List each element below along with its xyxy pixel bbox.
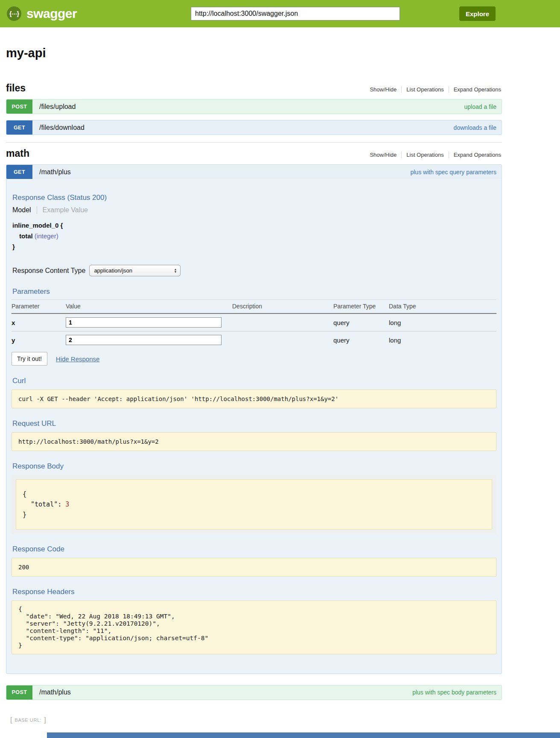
json-total-line: "total": 3	[23, 499, 485, 510]
json-key: "total":	[31, 501, 61, 508]
try-it-out-button[interactable]: Try it out!	[12, 352, 47, 366]
operation-row-post-math-plus: POST /math/plus plus with spec body para…	[6, 685, 502, 700]
parameter-description	[232, 331, 333, 349]
method-badge-post: POST	[6, 100, 32, 114]
endpoint-summary[interactable]: plus with spec body parameters	[412, 689, 496, 696]
response-content-type-row: Response Content Type application/json ▲…	[12, 265, 496, 276]
show-hide-link[interactable]: Show/Hide	[365, 152, 401, 158]
selected-content-type: application/json	[94, 267, 132, 274]
model-snippet: inline_model_0 { total (integer) }	[12, 220, 496, 252]
list-operations-link[interactable]: List Operations	[401, 152, 448, 158]
response-content-type-label: Response Content Type	[12, 267, 85, 275]
parameter-row-y: y query long	[12, 331, 496, 349]
base-url-label: BASE URL:	[15, 718, 41, 723]
select-arrows-icon: ▲▼	[174, 268, 177, 273]
operation-header[interactable]: POST /math/plus plus with spec body para…	[6, 685, 502, 700]
col-data-type: Data Type	[389, 300, 496, 314]
expand-operations-link[interactable]: Expand Operations	[449, 86, 502, 93]
swagger-logo-glyph: {⋯}	[9, 10, 19, 17]
list-operations-link[interactable]: List Operations	[401, 86, 448, 93]
resource-header-math: math Show/Hide List Operations Expand Op…	[6, 148, 502, 159]
resource-controls: Show/Hide List Operations Expand Operati…	[365, 86, 502, 93]
operation-header[interactable]: GET /math/plus plus with spec query para…	[6, 165, 502, 179]
operation-row-post-files-upload: POST /files/upload upload a file	[6, 99, 502, 114]
page-title: my-api	[6, 46, 502, 60]
endpoint-path[interactable]: /files/download	[39, 124, 85, 132]
property-type: (integer)	[35, 232, 58, 240]
expand-operations-link[interactable]: Expand Operations	[449, 152, 502, 158]
json-value: 3	[65, 501, 69, 508]
parameter-description	[232, 313, 333, 331]
explore-button[interactable]: Explore	[459, 6, 496, 21]
bottom-bar	[47, 732, 560, 738]
parameters-heading: Parameters	[12, 287, 496, 296]
parameter-name: y	[12, 331, 66, 349]
footer-bracket-open: [	[10, 716, 12, 724]
model-name: inline_model_0 {	[12, 220, 496, 231]
hide-response-link[interactable]: Hide Response	[56, 355, 100, 363]
tab-example-value[interactable]: Example Value	[37, 206, 88, 214]
request-url-heading: Request URL	[12, 419, 496, 428]
parameter-data-type: long	[389, 331, 496, 349]
resource-controls: Show/Hide List Operations Expand Operati…	[365, 152, 502, 158]
json-close-brace: }	[23, 510, 485, 520]
curl-heading: Curl	[12, 377, 496, 385]
tab-model[interactable]: Model	[12, 206, 37, 214]
endpoint-path[interactable]: /math/plus	[39, 688, 71, 696]
parameter-x-input[interactable]	[66, 317, 222, 328]
model-close-brace: }	[12, 241, 496, 252]
parameter-data-type: long	[389, 313, 496, 331]
response-headers-block: { "date": "Wed, 22 Aug 2018 18:49:13 GMT…	[12, 600, 496, 654]
resource-header-files: files Show/Hide List Operations Expand O…	[6, 82, 502, 94]
resource-divider	[6, 142, 502, 143]
response-body-container: { "total": 3 }	[12, 475, 496, 534]
operation-header[interactable]: GET /files/download downloads a file	[6, 120, 502, 135]
col-parameter: Parameter	[12, 300, 66, 314]
parameter-y-input[interactable]	[66, 335, 222, 345]
model-tabs: Model Example Value	[12, 206, 496, 214]
response-class-heading: Response Class (Status 200)	[12, 193, 496, 202]
endpoint-summary[interactable]: downloads a file	[454, 124, 496, 131]
response-body-json: { "total": 3 }	[16, 479, 492, 530]
request-url-block: http://localhost:3000/math/plus?x=1&y=2	[12, 432, 496, 451]
curl-command-block: curl -X GET --header 'Accept: applicatio…	[12, 390, 496, 408]
method-badge-get: GET	[6, 165, 32, 179]
show-hide-link[interactable]: Show/Hide	[365, 86, 401, 93]
actions-row: Try it out! Hide Response	[12, 352, 496, 366]
header-bar: {⋯} swagger Explore	[0, 0, 560, 27]
property-name: total	[19, 232, 33, 240]
page-container: my-api files Show/Hide List Operations E…	[6, 46, 502, 724]
col-value: Value	[66, 300, 232, 314]
method-badge-post: POST	[6, 685, 32, 700]
resource-title-files: files	[6, 82, 26, 94]
parameter-type: query	[333, 331, 389, 349]
parameter-row-x: x query long	[12, 313, 496, 331]
resource-title-math: math	[6, 148, 29, 159]
response-headers-heading: Response Headers	[12, 588, 496, 596]
parameters-header-row: Parameter Value Description Parameter Ty…	[12, 300, 496, 314]
operation-row-get-files-download: GET /files/download downloads a file	[6, 120, 502, 135]
parameters-table: Parameter Value Description Parameter Ty…	[12, 299, 496, 348]
operation-get-math-plus: GET /math/plus plus with spec query para…	[6, 164, 502, 674]
parameter-name: x	[12, 313, 66, 331]
api-url-input[interactable]	[191, 7, 400, 20]
base-url-footer: [ BASE URL: ]	[10, 716, 502, 724]
response-body-heading: Response Body	[12, 462, 496, 471]
endpoint-summary[interactable]: plus with spec query parameters	[410, 169, 496, 176]
method-badge-get: GET	[6, 120, 32, 135]
response-content-type-select[interactable]: application/json ▲▼	[89, 265, 181, 276]
endpoint-summary[interactable]: upload a file	[464, 103, 496, 110]
json-open-brace: {	[23, 489, 485, 499]
response-code-heading: Response Code	[12, 545, 496, 554]
col-parameter-type: Parameter Type	[333, 300, 389, 314]
response-code-block: 200	[12, 558, 496, 577]
operation-content: Response Class (Status 200) Model Exampl…	[6, 179, 502, 674]
parameter-type: query	[333, 313, 389, 331]
footer-bracket-close: ]	[44, 716, 46, 724]
endpoint-path[interactable]: /math/plus	[39, 168, 71, 176]
operation-header[interactable]: POST /files/upload upload a file	[6, 100, 502, 114]
endpoint-path[interactable]: /files/upload	[39, 103, 76, 111]
brand-title: swagger	[26, 6, 77, 21]
model-property: total (integer)	[12, 231, 496, 241]
swagger-logo-icon: {⋯}	[7, 6, 21, 21]
